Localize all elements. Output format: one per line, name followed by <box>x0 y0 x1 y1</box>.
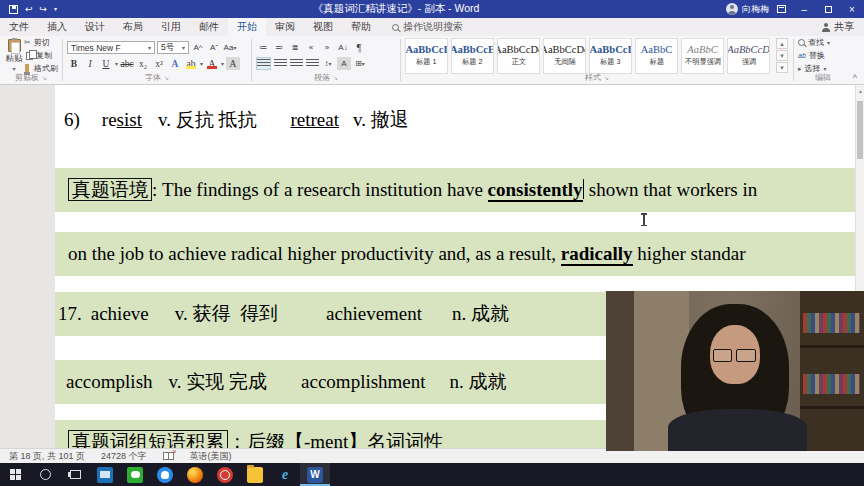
task-view-button[interactable] <box>60 463 90 486</box>
taskbar-file-explorer[interactable] <box>240 463 270 486</box>
font-color-dropdown-icon[interactable]: ▾ <box>221 61 224 67</box>
tab-review[interactable]: 审阅 <box>266 18 304 36</box>
context-sentence-line2: on the job to achieve radical higher pro… <box>55 232 855 276</box>
borders-icon[interactable]: ⊞▾ <box>353 57 367 70</box>
taskbar-monitor-app[interactable] <box>90 463 120 486</box>
superscript-icon[interactable]: x² <box>152 57 166 70</box>
taskbar-netease-music[interactable] <box>210 463 240 486</box>
highlight-dropdown-icon[interactable]: ▾ <box>200 61 203 67</box>
style-item-emphasis[interactable]: AaBbCcD强调 <box>727 38 770 74</box>
maximize-button[interactable] <box>816 0 840 18</box>
page-indicator[interactable]: 第 18 页, 共 101 页 <box>9 450 85 463</box>
cortana-search-button[interactable] <box>30 463 60 486</box>
ie-browser-icon: e <box>277 467 293 483</box>
dialog-launcher-icon[interactable]: ↘ <box>42 74 47 81</box>
word-icon: W <box>307 467 323 483</box>
cut-button[interactable]: ✂剪切 <box>24 37 58 48</box>
style-item-title[interactable]: AaBbC标题 <box>635 38 678 74</box>
multilevel-list-icon[interactable]: ≣ <box>288 41 302 54</box>
grow-font-icon[interactable]: A^ <box>191 41 205 54</box>
language-indicator[interactable]: 英语(美国) <box>190 450 232 463</box>
file-explorer-icon <box>247 467 263 483</box>
align-center-icon[interactable] <box>273 57 287 70</box>
paste-button[interactable]: 粘贴 ▾ <box>4 39 24 72</box>
taskbar-word-active[interactable]: W <box>300 463 330 486</box>
close-button[interactable]: × <box>840 0 864 18</box>
share-button[interactable]: 共享 <box>811 18 864 36</box>
tab-file[interactable]: 文件 <box>0 18 38 36</box>
tab-view[interactable]: 视图 <box>304 18 342 36</box>
style-item-normal[interactable]: AaBbCcDc正文 <box>497 38 540 74</box>
shading-icon[interactable]: A <box>337 57 351 70</box>
tab-mailings[interactable]: 邮件 <box>190 18 228 36</box>
font-name-select[interactable]: Times New F▾ <box>67 41 155 54</box>
align-left-icon[interactable] <box>256 57 271 70</box>
increase-indent-icon[interactable]: » <box>320 41 334 54</box>
tab-insert[interactable]: 插入 <box>38 18 76 36</box>
align-right-icon[interactable] <box>289 57 303 70</box>
save-icon[interactable] <box>9 5 18 14</box>
bold-icon[interactable]: B <box>67 57 81 70</box>
strikethrough-icon[interactable]: abc <box>120 57 134 70</box>
styles-scroll-up-icon[interactable]: ▲ <box>776 38 788 49</box>
collapse-ribbon-icon[interactable]: ^ <box>853 74 857 83</box>
justify-icon[interactable] <box>305 57 319 70</box>
paragraph-group: ≔ ≕ ≣ « » A↓ ¶ ↕▾ A ⊞▾ 段落↘ <box>252 36 400 84</box>
italic-icon[interactable]: I <box>83 57 97 70</box>
style-item-no-spacing[interactable]: AaBbCcDc无间隔 <box>543 38 586 74</box>
ribbon-tab-row: 文件 插入 设计 布局 引用 邮件 开始 审阅 视图 帮助 操作说明搜索 共享 <box>0 18 864 36</box>
style-item-subtle-emphasis[interactable]: AaBbC不明显强调 <box>681 38 724 74</box>
dialog-launcher-icon[interactable]: ↘ <box>164 74 169 81</box>
minimize-button[interactable]: – <box>792 0 816 18</box>
ribbon-display-options-icon[interactable] <box>777 5 786 13</box>
show-formatting-marks-icon[interactable]: ¶ <box>352 41 366 54</box>
taskbar-firefox[interactable] <box>180 463 210 486</box>
replace-button[interactable]: ab替换 <box>798 50 830 61</box>
underline-icon[interactable]: U <box>99 57 113 70</box>
line-spacing-icon[interactable]: ↕▾ <box>321 57 335 70</box>
undo-icon[interactable]: ↩ <box>25 5 33 14</box>
bullets-icon[interactable]: ≔ <box>256 41 270 54</box>
highlight-color-icon[interactable]: ab <box>184 57 198 70</box>
font-color-icon[interactable]: A <box>205 57 219 70</box>
styles-scroll-down-icon[interactable]: ▼ <box>776 50 788 61</box>
dialog-launcher-icon[interactable]: ↘ <box>604 74 609 81</box>
scrollbar-thumb[interactable] <box>857 101 863 159</box>
editing-group: 查找▾ ab替换 ▸选择▾ 编辑 <box>794 36 852 84</box>
dialog-launcher-icon[interactable]: ↘ <box>333 74 338 81</box>
font-size-select[interactable]: 5号▾ <box>157 41 189 54</box>
user-avatar[interactable] <box>726 3 738 15</box>
redo-icon[interactable]: ↪ <box>40 5 48 14</box>
tab-design[interactable]: 设计 <box>76 18 114 36</box>
tab-help[interactable]: 帮助 <box>342 18 380 36</box>
proofing-errors-icon[interactable] <box>163 452 174 460</box>
user-name[interactable]: 向梅梅 <box>742 3 769 16</box>
find-button[interactable]: 查找▾ <box>798 37 830 48</box>
start-button[interactable] <box>0 463 30 486</box>
numbering-icon[interactable]: ≕ <box>272 41 286 54</box>
word-count[interactable]: 24728 个字 <box>101 450 147 463</box>
sort-icon[interactable]: A↓ <box>336 41 350 54</box>
qat-customize-icon[interactable]: ▾ <box>54 6 57 12</box>
tab-references[interactable]: 引用 <box>152 18 190 36</box>
change-case-icon[interactable]: Aa▾ <box>223 41 237 54</box>
style-item-heading3[interactable]: AaBbCcI标题 3 <box>589 38 632 74</box>
tell-me-search[interactable]: 操作说明搜索 <box>392 18 463 36</box>
tab-layout[interactable]: 布局 <box>114 18 152 36</box>
text-effects-icon[interactable]: A <box>168 57 182 70</box>
style-item-heading2[interactable]: AaBbCcE标题 2 <box>451 38 494 74</box>
decrease-indent-icon[interactable]: « <box>304 41 318 54</box>
taskbar-ie-browser[interactable]: e <box>270 463 300 486</box>
character-shading-icon[interactable]: A <box>226 57 240 70</box>
paragraph-group-label: 段落 <box>314 72 330 83</box>
taskbar-tim-chat[interactable] <box>150 463 180 486</box>
scroll-up-icon[interactable]: ▴ <box>856 87 864 95</box>
style-item-heading1[interactable]: AaBbCcI标题 1 <box>405 38 448 74</box>
copy-button[interactable]: 复制 <box>24 50 58 61</box>
underline-dropdown-icon[interactable]: ▾ <box>115 61 118 67</box>
shrink-font-icon[interactable]: Aˇ <box>207 41 221 54</box>
subscript-icon[interactable]: x₂ <box>136 57 150 70</box>
keyword-radically: radically <box>561 243 633 266</box>
tab-home[interactable]: 开始 <box>228 18 266 36</box>
taskbar-wechat[interactable] <box>120 463 150 486</box>
